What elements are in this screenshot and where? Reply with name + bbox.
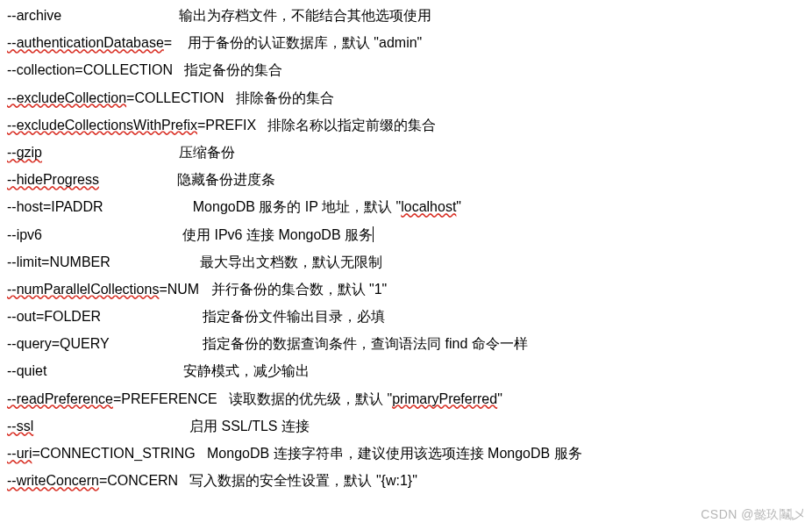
option-description: 隐藏备份进度条 bbox=[177, 172, 275, 187]
option-row: --quiet 安静模式，减少输出 bbox=[7, 357, 805, 384]
option-flag: --gzip bbox=[7, 145, 42, 160]
option-row: --gzip 压缩备份 bbox=[7, 139, 805, 166]
option-row: --collection=COLLECTION 指定备份的集合 bbox=[7, 56, 805, 83]
option-description: 最大导出文档数，默认无限制 bbox=[196, 254, 382, 269]
option-spacing bbox=[110, 254, 196, 269]
option-arg: =CONCERN bbox=[99, 473, 178, 488]
text-cursor bbox=[373, 226, 374, 242]
option-flag: --out=FOLDER bbox=[7, 309, 101, 324]
option-row: --excludeCollectionsWithPrefix=PREFIX 排除… bbox=[7, 111, 805, 139]
option-description: MongoDB 连接字符串，建议使用该选项连接 MongoDB 服务 bbox=[196, 446, 582, 461]
option-flag: --excludeCollection bbox=[7, 90, 126, 105]
option-description: 排除名称以指定前缀的集合 bbox=[256, 118, 436, 132]
option-description-underlined: primaryPreferred bbox=[392, 391, 497, 406]
option-spacing bbox=[109, 336, 198, 351]
option-arg: =CONNECTION_STRING bbox=[32, 446, 195, 461]
option-flag: --query=QUERY bbox=[7, 336, 109, 351]
option-spacing bbox=[99, 172, 177, 187]
option-flag: --uri bbox=[7, 446, 32, 461]
option-row: --out=FOLDER 指定备份文件输出目录，必填 bbox=[7, 303, 805, 330]
option-flag: --authenticationDatabase bbox=[7, 35, 164, 50]
option-description: 压缩备份 bbox=[179, 145, 235, 160]
option-spacing bbox=[46, 363, 183, 378]
option-arg: =PREFERENCE bbox=[113, 391, 217, 406]
option-row: --ipv6 使用 IPv6 连接 MongoDB 服务 bbox=[7, 221, 805, 248]
option-flag: --numParallelCollections bbox=[7, 282, 159, 297]
option-spacing bbox=[103, 199, 189, 214]
option-description-post: " bbox=[456, 199, 461, 214]
option-description: 并行备份的集合数，默认 "1" bbox=[199, 282, 387, 297]
option-arg: =PREFIX bbox=[197, 118, 256, 132]
option-row: --numParallelCollections=NUM 并行备份的集合数，默认… bbox=[7, 276, 805, 303]
option-description-underlined: localhost bbox=[401, 199, 456, 214]
option-flag: --ssl bbox=[7, 419, 33, 433]
option-description-post: " bbox=[497, 391, 502, 406]
option-spacing bbox=[61, 8, 178, 23]
option-row: --ssl 启用 SSL/TLS 连接 bbox=[7, 412, 805, 440]
option-flag: --readPreference bbox=[7, 391, 113, 406]
option-description: 用于备份的认证数据库，默认 "admin" bbox=[172, 35, 422, 50]
option-description: 指定备份的数据查询条件，查询语法同 find 命令一样 bbox=[199, 336, 528, 351]
option-description: 输出为存档文件，不能结合其他选项使用 bbox=[179, 8, 431, 23]
option-row: --host=IPADDR MongoDB 服务的 IP 地址，默认 "loca… bbox=[7, 193, 805, 220]
option-description: 启用 SSL/TLS 连接 bbox=[189, 419, 310, 433]
option-spacing bbox=[101, 309, 198, 324]
option-description: 指定备份的集合 bbox=[173, 62, 282, 77]
option-row: --uri=CONNECTION_STRING MongoDB 连接字符串，建议… bbox=[7, 440, 805, 467]
option-spacing bbox=[42, 145, 179, 160]
option-description: 使用 IPv6 连接 MongoDB 服务 bbox=[182, 227, 373, 242]
option-row: --limit=NUMBER 最大导出文档数，默认无限制 bbox=[7, 248, 805, 276]
option-description: 排除备份的集合 bbox=[224, 90, 334, 105]
option-description: 读取数据的优先级，默认 " bbox=[217, 391, 392, 406]
option-arg: =COLLECTION bbox=[126, 90, 224, 105]
watermark-text: CSDN @懿玖鬮乄 bbox=[701, 503, 805, 526]
option-row: --hideProgress 隐藏备份进度条 bbox=[7, 166, 805, 193]
option-flag: --host=IPADDR bbox=[7, 199, 103, 214]
option-row: --query=QUERY 指定备份的数据查询条件，查询语法同 find 命令一… bbox=[7, 330, 805, 357]
option-flag: --excludeCollectionsWithPrefix bbox=[7, 118, 197, 132]
options-list: --archive 输出为存档文件，不能结合其他选项使用--authentica… bbox=[7, 2, 805, 494]
option-flag: --ipv6 bbox=[7, 227, 42, 242]
option-spacing bbox=[42, 227, 182, 242]
option-row: --excludeCollection=COLLECTION 排除备份的集合 bbox=[7, 84, 805, 111]
option-description: 写入数据的安全性设置，默认 "{w:1}" bbox=[178, 473, 417, 488]
option-flag: --limit=NUMBER bbox=[7, 254, 110, 269]
option-row: --authenticationDatabase= 用于备份的认证数据库，默认 … bbox=[7, 29, 805, 56]
option-row: --archive 输出为存档文件，不能结合其他选项使用 bbox=[7, 2, 805, 29]
option-row: --readPreference=PREFERENCE 读取数据的优先级，默认 … bbox=[7, 385, 805, 412]
option-flag: --collection=COLLECTION bbox=[7, 62, 173, 77]
option-spacing bbox=[33, 419, 189, 433]
option-row: --writeConcern=CONCERN 写入数据的安全性设置，默认 "{w… bbox=[7, 467, 805, 494]
option-flag: --archive bbox=[7, 8, 61, 23]
option-arg: = bbox=[164, 35, 172, 50]
option-description: 安静模式，减少输出 bbox=[183, 363, 310, 378]
option-arg: =NUM bbox=[159, 282, 199, 297]
option-flag: --hideProgress bbox=[7, 172, 99, 187]
option-description: 指定备份文件输出目录，必填 bbox=[198, 309, 384, 324]
option-flag: --quiet bbox=[7, 363, 46, 378]
option-description: MongoDB 服务的 IP 地址，默认 " bbox=[189, 199, 401, 214]
option-flag: --writeConcern bbox=[7, 473, 99, 488]
